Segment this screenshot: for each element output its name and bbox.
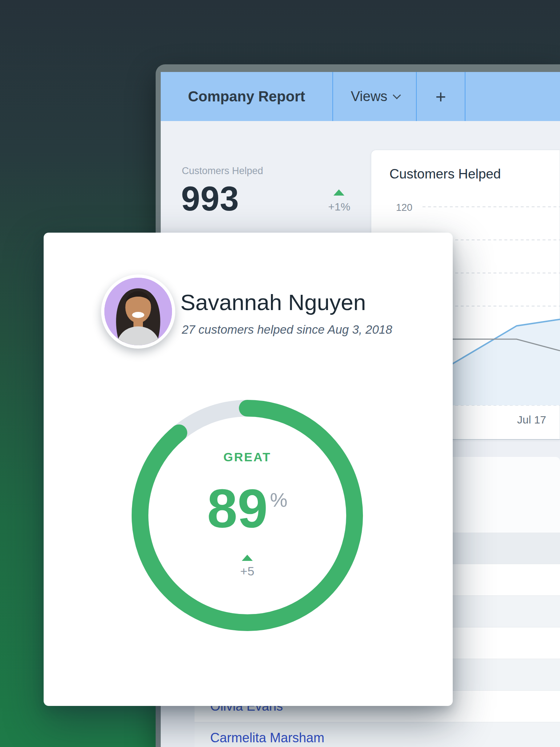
avatar-illustration [104, 278, 172, 345]
score-unit: % [270, 489, 287, 511]
stats-delta: +1% [322, 201, 357, 213]
avatar-ring [101, 274, 175, 349]
add-view-button[interactable]: + [417, 72, 465, 121]
profile-card: Savannah Nguyen 27 customers helped sinc… [44, 233, 453, 706]
table-row[interactable]: Carmelita Marsham [195, 722, 560, 747]
score-value: 89 [207, 481, 268, 536]
profile-name: Savannah Nguyen [180, 289, 366, 315]
chart-x-axis-tick: Jul 17 [512, 414, 552, 426]
chevron-down-icon [393, 91, 401, 99]
trend-up-icon [333, 189, 344, 196]
score-trend-row [127, 555, 367, 561]
chart-y-axis-tick: 120 [396, 202, 412, 213]
tab-views-dropdown[interactable]: Views [333, 72, 417, 121]
chart-card-title: Customers Helped [389, 166, 501, 182]
profile-subtitle: 27 customers helped since Aug 3, 2018 [182, 323, 392, 337]
score-value-row: 89 % [127, 481, 367, 536]
tab-company-report-label: Company Report [188, 88, 305, 105]
window-header: Company Report Views + [161, 72, 560, 121]
screenshot-stage: Company Report Views + Customers Helped … [0, 0, 560, 747]
stats-label: Customers Helped [182, 165, 263, 177]
plus-icon: + [435, 86, 446, 107]
trend-up-icon [242, 555, 253, 561]
stats-value: 993 [181, 182, 239, 216]
customer-link[interactable]: Carmelita Marsham [210, 730, 324, 746]
tab-company-report[interactable]: Company Report [161, 72, 333, 121]
score-delta: +5 [127, 564, 367, 578]
avatar [104, 278, 172, 345]
score-label: GREAT [127, 450, 367, 464]
tab-views-label: Views [351, 89, 388, 104]
